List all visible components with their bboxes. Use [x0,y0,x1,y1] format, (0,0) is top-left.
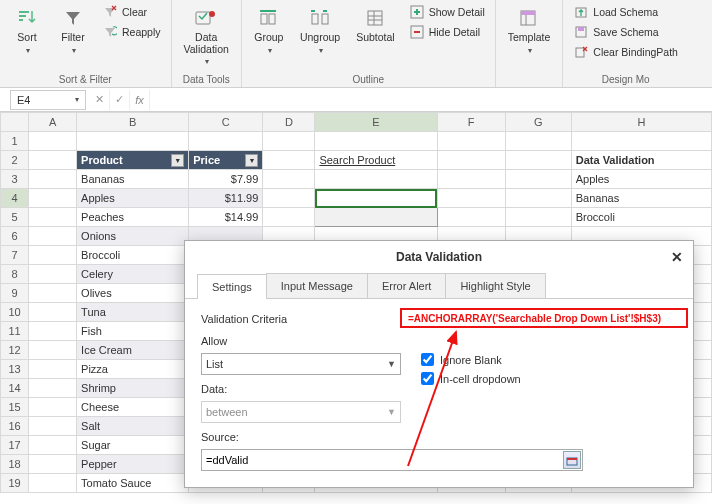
cell-B7[interactable]: Broccoli [77,246,189,265]
cell-G5[interactable] [505,208,571,227]
row-header-14[interactable]: 14 [1,379,29,398]
cell-B12[interactable]: Ice Cream [77,341,189,360]
row-header-10[interactable]: 10 [1,303,29,322]
col-header-H[interactable]: H [571,113,711,132]
source-input[interactable] [201,449,583,471]
clear-bindingpath-button[interactable]: Clear BindingPath [569,42,682,62]
hide-detail-button[interactable]: Hide Detail [405,22,489,42]
row-header-18[interactable]: 18 [1,455,29,474]
filter-dropdown-icon[interactable]: ▼ [171,154,184,167]
dialog-tab-highlight-style[interactable]: Highlight Style [445,273,545,298]
row-header-3[interactable]: 3 [1,170,29,189]
filter-dropdown-icon[interactable]: ▼ [245,154,258,167]
cell-F1[interactable] [437,132,505,151]
cell-G3[interactable] [505,170,571,189]
cell-A8[interactable] [29,265,77,284]
cell-E5[interactable] [315,208,437,227]
cancel-formula-button[interactable]: ✕ [90,90,110,110]
in-cell-dropdown-checkbox[interactable]: In-cell dropdown [421,372,521,385]
template-button[interactable]: Template ▾ [502,2,557,59]
cell-A9[interactable] [29,284,77,303]
cell-A10[interactable] [29,303,77,322]
cell-B14[interactable]: Shrimp [77,379,189,398]
cell-F3[interactable] [437,170,505,189]
ungroup-button[interactable]: Ungroup ▾ [294,2,346,59]
cell-H2[interactable]: Data Validation [571,151,711,170]
cell-A3[interactable] [29,170,77,189]
enter-formula-button[interactable]: ✓ [110,90,130,110]
dialog-tab-settings[interactable]: Settings [197,274,267,299]
col-header-A[interactable]: A [29,113,77,132]
col-header-C[interactable]: C [189,113,263,132]
cell-B19[interactable]: Tomato Sauce [77,474,189,493]
cell-B1[interactable] [77,132,189,151]
dialog-close-button[interactable]: ✕ [667,247,687,267]
cell-F2[interactable] [437,151,505,170]
cell-A17[interactable] [29,436,77,455]
cell-A14[interactable] [29,379,77,398]
cell-E4[interactable] [315,189,437,208]
row-header-7[interactable]: 7 [1,246,29,265]
fx-button[interactable]: fx [130,90,150,110]
cell-A1[interactable] [29,132,77,151]
cell-B16[interactable]: Salt [77,417,189,436]
cell-B15[interactable]: Cheese [77,398,189,417]
clear-button[interactable]: Clear [98,2,165,22]
cell-A15[interactable] [29,398,77,417]
cell-A16[interactable] [29,417,77,436]
cell-H5[interactable]: Broccoli [571,208,711,227]
col-header-D[interactable]: D [263,113,315,132]
cell-C5[interactable]: $14.99 [189,208,263,227]
cell-E1[interactable] [315,132,437,151]
cell-A4[interactable] [29,189,77,208]
data-validation-button[interactable]: Data Validation ▾ [178,2,235,70]
cell-B11[interactable]: Fish [77,322,189,341]
row-header-15[interactable]: 15 [1,398,29,417]
col-header-E[interactable]: E [315,113,437,132]
cell-A2[interactable] [29,151,77,170]
cell-G1[interactable] [505,132,571,151]
row-header-19[interactable]: 19 [1,474,29,493]
row-header-17[interactable]: 17 [1,436,29,455]
cell-B18[interactable]: Pepper [77,455,189,474]
cell-D2[interactable] [263,151,315,170]
cell-D1[interactable] [263,132,315,151]
cell-B10[interactable]: Tuna [77,303,189,322]
col-header-B[interactable]: B [77,113,189,132]
cell-C4[interactable]: $11.99 [189,189,263,208]
allow-select[interactable]: List▼ [201,353,401,375]
table-header-product[interactable]: Product▼ [77,151,188,169]
row-header-2[interactable]: 2 [1,151,29,170]
dialog-tab-input-message[interactable]: Input Message [266,273,368,298]
cell-B4[interactable]: Apples [77,189,189,208]
col-header-G[interactable]: G [505,113,571,132]
cell-H1[interactable] [571,132,711,151]
cell-F5[interactable] [437,208,505,227]
row-header-6[interactable]: 6 [1,227,29,246]
show-detail-button[interactable]: Show Detail [405,2,489,22]
cell-B2[interactable]: Product▼ [77,151,189,170]
cell-E3[interactable] [315,170,437,189]
col-header-F[interactable]: F [437,113,505,132]
row-header-16[interactable]: 16 [1,417,29,436]
row-header-11[interactable]: 11 [1,322,29,341]
save-schema-button[interactable]: Save Schema [569,22,682,42]
cell-B17[interactable]: Sugar [77,436,189,455]
cell-A7[interactable] [29,246,77,265]
cell-A12[interactable] [29,341,77,360]
name-box[interactable]: E4▾ [10,90,86,110]
cell-A11[interactable] [29,322,77,341]
cell-D4[interactable] [263,189,315,208]
cell-B3[interactable]: Bananas [77,170,189,189]
dialog-tab-error-alert[interactable]: Error Alert [367,273,447,298]
cell-B8[interactable]: Celery [77,265,189,284]
cell-E2[interactable]: Search Product [315,151,437,170]
cell-A19[interactable] [29,474,77,493]
dialog-titlebar[interactable]: Data Validation ✕ [185,241,693,273]
data-select[interactable]: between▼ [201,401,401,423]
row-header-9[interactable]: 9 [1,284,29,303]
filter-button[interactable]: Filter ▾ [52,2,94,59]
row-header-5[interactable]: 5 [1,208,29,227]
group-button[interactable]: Group ▾ [248,2,290,59]
cell-C1[interactable] [189,132,263,151]
